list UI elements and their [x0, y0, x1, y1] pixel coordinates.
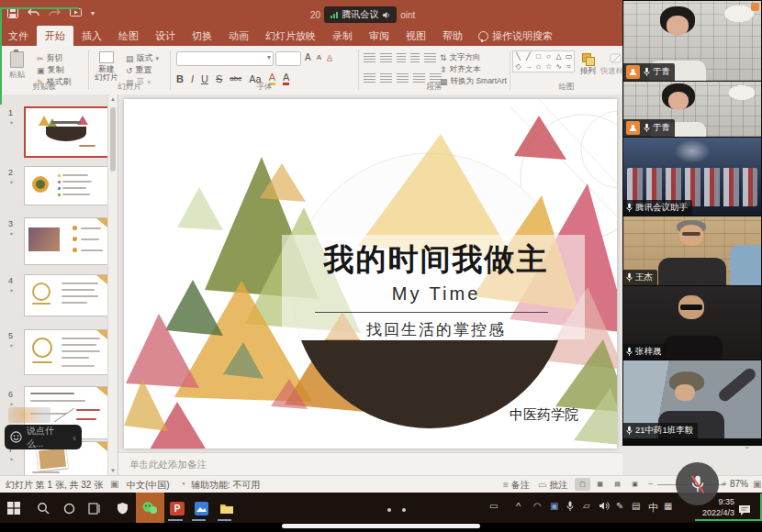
list-indent-buttons[interactable]	[364, 53, 436, 63]
notification-center-icon[interactable]	[734, 500, 755, 520]
shape-glyph[interactable]: ≈	[564, 61, 574, 72]
ime-mode-icon[interactable]: ▦	[664, 501, 672, 511]
zoom-out-button[interactable]: −	[648, 479, 654, 489]
slide-subtitle[interactable]: My Time	[262, 283, 611, 305]
search-icon[interactable]	[33, 498, 53, 518]
powerpoint-icon[interactable]: P	[167, 498, 187, 518]
slide-sorter-button[interactable]: ▦	[592, 478, 608, 491]
tab-slideshow[interactable]: 幻灯片放映	[257, 26, 324, 46]
muted-mic-button[interactable]	[676, 462, 719, 505]
shape-glyph[interactable]: ○	[543, 51, 554, 61]
slide-title[interactable]: 我的时间我做主	[262, 239, 611, 281]
qat-dropdown-icon[interactable]: ▾	[91, 9, 95, 17]
reading-view-button[interactable]: ▤	[610, 478, 625, 491]
tab-insert[interactable]: 插入	[73, 26, 110, 46]
scroll-down-icon[interactable]: ▼	[110, 468, 116, 473]
cut-button[interactable]: ✂剪切	[37, 52, 63, 64]
shape-glyph[interactable]: ◇	[513, 61, 523, 72]
pen-tray-icon[interactable]: ✎	[616, 501, 623, 511]
copy-button[interactable]: ▣复制	[37, 64, 64, 76]
indent-decrease-icon[interactable]	[397, 53, 406, 63]
slide-canvas[interactable]: 我的时间我做主 My Time 找回生活的掌控感 中医药学院	[124, 99, 617, 449]
slideshow-button[interactable]: ▣	[627, 478, 643, 491]
emoji-icon[interactable]	[10, 431, 22, 443]
tab-design[interactable]: 设计	[147, 26, 184, 46]
tab-home[interactable]: 开始	[37, 26, 73, 46]
scrollbar-thumb[interactable]	[110, 107, 116, 172]
ime-language-indicator[interactable]: 中	[648, 501, 658, 515]
redo-icon[interactable]	[49, 8, 61, 18]
thumbnail-5[interactable]	[24, 329, 108, 375]
undo-icon[interactable]	[28, 8, 39, 18]
tab-animations[interactable]: 动画	[220, 26, 257, 46]
start-button[interactable]	[4, 498, 24, 518]
participant-tile[interactable]: 21中药1班李毅	[623, 360, 761, 438]
comments-toggle[interactable]: ▭ 批注	[538, 479, 567, 492]
participant-tile[interactable]: 张梓晟	[623, 286, 761, 360]
panel-collapse-icon[interactable]: ⌄	[744, 441, 751, 450]
tab-file[interactable]: 文件	[0, 26, 37, 46]
photos-icon[interactable]	[191, 498, 211, 518]
tray-device-icon[interactable]: ▱	[583, 501, 590, 511]
quick-chat-bar[interactable]: 说点什么... ‹	[5, 425, 82, 449]
shape-glyph[interactable]: ▭	[564, 51, 574, 61]
participant-tile[interactable]: 王杰	[623, 216, 761, 285]
paste-button[interactable]: 粘贴	[9, 51, 25, 79]
shape-glyph[interactable]: □	[533, 51, 543, 61]
shape-glyph[interactable]: ∿	[554, 61, 564, 72]
chevron-up-icon[interactable]: ^	[516, 501, 521, 512]
language-indicator[interactable]: 中文(中国)	[127, 479, 170, 492]
notes-toggle[interactable]: ≡ 备注	[503, 479, 530, 492]
bullets-icon[interactable]	[364, 53, 375, 63]
align-text-button[interactable]: ⇕对齐文本	[440, 64, 481, 75]
tell-me-search[interactable]: 操作说明搜索	[471, 26, 560, 46]
new-slide-button[interactable]: 新建 幻灯片	[95, 51, 118, 82]
keyboard-tray-icon[interactable]: ▤	[632, 501, 640, 511]
cortana-icon[interactable]	[59, 498, 79, 518]
task-view-icon[interactable]	[84, 498, 105, 518]
shape-glyph[interactable]: ☆	[543, 61, 554, 72]
tray-display-icon[interactable]: ▭	[489, 501, 498, 511]
chat-collapse-icon[interactable]: ‹	[73, 432, 76, 443]
text-direction-button[interactable]: ⇅文字方向	[440, 52, 481, 63]
normal-view-button[interactable]: ▢	[575, 478, 590, 491]
slide-footer-text[interactable]: 中医药学院	[510, 406, 611, 424]
thumbnail-3[interactable]	[24, 217, 108, 265]
line-spacing-icon[interactable]	[424, 53, 436, 63]
indent-increase-icon[interactable]	[410, 53, 420, 63]
tab-help[interactable]: 帮助	[434, 26, 471, 46]
network-icon[interactable]: ◠	[533, 501, 542, 511]
tab-view[interactable]: 视图	[398, 26, 434, 46]
layout-button[interactable]: ▤版式▾	[126, 52, 159, 64]
participant-tile[interactable]: 腾讯会议助手	[623, 138, 761, 216]
arrange-button[interactable]: 排列	[580, 53, 596, 75]
shape-glyph[interactable]: →	[523, 61, 533, 72]
font-size-select[interactable]	[275, 51, 301, 66]
thumbnail-1[interactable]	[24, 106, 110, 158]
speaker-tray-icon[interactable]	[599, 501, 610, 513]
zoom-in-button[interactable]: +	[722, 479, 727, 489]
thumbnail-2[interactable]	[24, 166, 108, 205]
start-slideshow-icon[interactable]	[70, 8, 82, 18]
defender-shield-icon[interactable]	[112, 498, 132, 518]
fit-slide-button[interactable]: ▣	[753, 479, 761, 489]
scroll-up-icon[interactable]: ▲	[110, 96, 116, 102]
participant-tile[interactable]: 于青	[623, 82, 761, 137]
shape-glyph[interactable]: ⌂	[533, 61, 543, 72]
shape-glyph[interactable]: ╱	[523, 51, 533, 61]
thumbnail-scrollbar[interactable]: ▲ ▼	[107, 94, 118, 475]
thumbnail-4[interactable]	[24, 274, 108, 316]
zoom-level[interactable]: 87%	[730, 479, 748, 489]
slide-tagline[interactable]: 找回生活的掌控感	[262, 319, 611, 340]
slide-editor[interactable]: 我的时间我做主 My Time 找回生活的掌控感 中医药学院	[118, 94, 622, 452]
tab-draw[interactable]: 绘图	[110, 26, 147, 46]
tab-review[interactable]: 审阅	[361, 26, 398, 46]
font-name-select[interactable]	[176, 51, 274, 66]
wechat-icon[interactable]	[140, 498, 160, 518]
tab-record[interactable]: 录制	[324, 26, 361, 46]
tencent-meeting-pill[interactable]: 腾讯会议	[324, 6, 397, 23]
shape-glyph[interactable]: △	[554, 51, 564, 61]
font-grow-shrink[interactable]: AAA̲	[305, 52, 332, 62]
chat-input-placeholder[interactable]: 说点什么...	[27, 425, 68, 450]
participant-tile[interactable]: 于青	[623, 1, 761, 81]
